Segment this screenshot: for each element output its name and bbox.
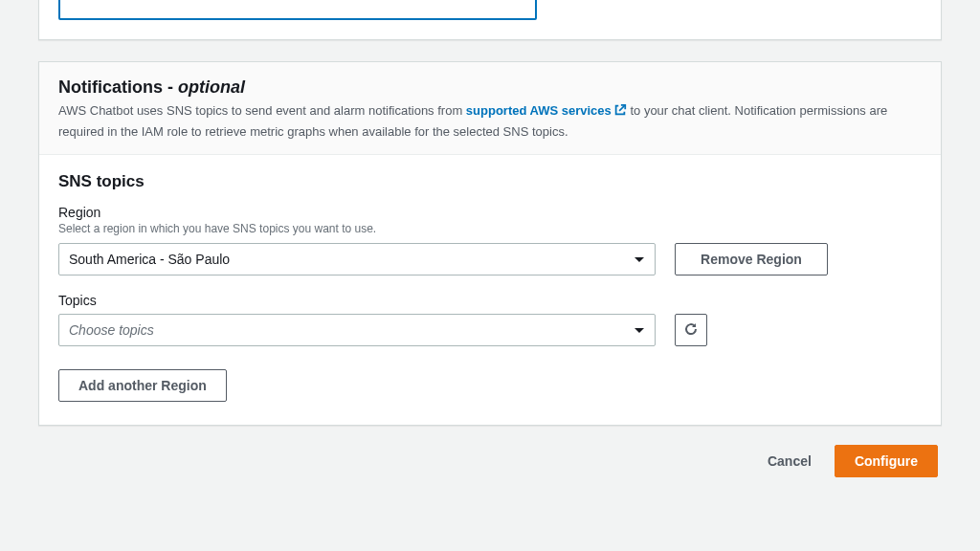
remove-region-label: Remove Region xyxy=(701,252,802,267)
topics-select-placeholder: Choose topics xyxy=(69,322,154,338)
previous-section-input[interactable] xyxy=(58,0,537,20)
topics-select[interactable]: Choose topics xyxy=(58,314,656,346)
region-label: Region xyxy=(58,205,922,220)
region-select[interactable]: South America - São Paulo xyxy=(58,243,656,276)
notifications-desc-part1: AWS Chatbot uses SNS topics to send even… xyxy=(58,103,466,118)
configure-button[interactable]: Configure xyxy=(835,445,938,477)
notifications-card: Notifications - optional AWS Chatbot use… xyxy=(38,61,942,426)
notifications-title: Notifications - optional xyxy=(58,77,922,98)
previous-section-card xyxy=(38,0,942,40)
footer-actions: Cancel Configure xyxy=(38,445,942,477)
topics-field: Topics Choose topics xyxy=(58,293,922,346)
refresh-icon xyxy=(683,321,699,340)
topics-label: Topics xyxy=(58,293,922,308)
notifications-body: SNS topics Region Select a region in whi… xyxy=(39,155,941,425)
configure-label: Configure xyxy=(855,453,918,469)
notifications-desc: AWS Chatbot uses SNS topics to send even… xyxy=(58,101,922,141)
region-select-value: South America - São Paulo xyxy=(69,252,230,267)
sns-topics-title: SNS topics xyxy=(58,172,922,191)
notifications-title-optional: optional xyxy=(178,77,245,97)
external-link-icon xyxy=(613,103,627,122)
cancel-button[interactable]: Cancel xyxy=(758,446,821,476)
add-another-region-label: Add another Region xyxy=(78,378,207,393)
chevron-down-icon xyxy=(634,252,645,267)
chevron-down-icon xyxy=(634,322,645,338)
add-another-region-button[interactable]: Add another Region xyxy=(58,369,227,402)
supported-services-link-text: supported AWS services xyxy=(466,103,612,118)
region-field: Region Select a region in which you have… xyxy=(58,205,922,276)
refresh-topics-button[interactable] xyxy=(675,314,707,346)
region-hint: Select a region in which you have SNS to… xyxy=(58,222,922,235)
remove-region-button[interactable]: Remove Region xyxy=(675,243,828,276)
notifications-header: Notifications - optional AWS Chatbot use… xyxy=(39,62,941,155)
notifications-title-prefix: Notifications - xyxy=(58,77,178,97)
supported-services-link[interactable]: supported AWS services xyxy=(466,103,627,118)
cancel-label: Cancel xyxy=(768,453,812,469)
